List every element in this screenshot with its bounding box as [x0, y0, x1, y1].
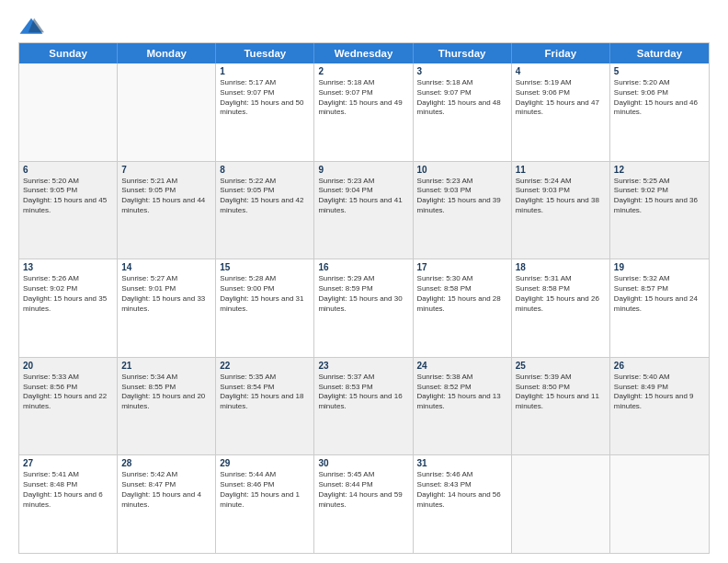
day-info: Sunrise: 5:38 AM Sunset: 8:52 PM Dayligh…: [417, 373, 507, 412]
day-info: Sunrise: 5:40 AM Sunset: 8:49 PM Dayligh…: [614, 373, 705, 412]
day-info: Sunrise: 5:46 AM Sunset: 8:43 PM Dayligh…: [417, 470, 507, 510]
day-number: 23: [318, 361, 408, 371]
day-number: 6: [23, 165, 113, 175]
day-number: 4: [516, 66, 606, 76]
day-info: Sunrise: 5:18 AM Sunset: 9:07 PM Dayligh…: [318, 78, 408, 118]
day-number: 13: [23, 262, 113, 272]
day-number: 26: [614, 361, 705, 371]
day-info: Sunrise: 5:29 AM Sunset: 8:59 PM Dayligh…: [318, 274, 408, 314]
calendar-cell: 28Sunrise: 5:42 AM Sunset: 8:47 PM Dayli…: [118, 455, 216, 553]
header-row: [18, 17, 710, 37]
calendar-cell: 3Sunrise: 5:18 AM Sunset: 9:07 PM Daylig…: [414, 63, 512, 161]
day-number: 5: [614, 66, 705, 76]
calendar-row-4: 20Sunrise: 5:33 AM Sunset: 8:56 PM Dayli…: [19, 357, 709, 455]
day-info: Sunrise: 5:24 AM Sunset: 9:03 PM Dayligh…: [516, 177, 606, 216]
calendar-cell: 25Sunrise: 5:39 AM Sunset: 8:50 PM Dayli…: [512, 358, 610, 455]
day-info: Sunrise: 5:20 AM Sunset: 9:05 PM Dayligh…: [23, 177, 113, 216]
day-number: 25: [516, 361, 606, 371]
calendar-cell: 23Sunrise: 5:37 AM Sunset: 8:53 PM Dayli…: [314, 358, 413, 455]
day-info: Sunrise: 5:26 AM Sunset: 9:02 PM Dayligh…: [23, 274, 113, 314]
day-info: Sunrise: 5:44 AM Sunset: 8:46 PM Dayligh…: [220, 470, 310, 510]
day-number: 2: [318, 66, 408, 76]
day-info: Sunrise: 5:42 AM Sunset: 8:47 PM Dayligh…: [121, 470, 211, 510]
day-number: 30: [318, 458, 408, 468]
day-info: Sunrise: 5:17 AM Sunset: 9:07 PM Dayligh…: [220, 78, 310, 118]
calendar-cell: 30Sunrise: 5:45 AM Sunset: 8:44 PM Dayli…: [314, 455, 413, 553]
calendar-cell: 19Sunrise: 5:32 AM Sunset: 8:57 PM Dayli…: [610, 259, 709, 357]
day-info: Sunrise: 5:31 AM Sunset: 8:58 PM Dayligh…: [516, 274, 606, 314]
day-number: 29: [220, 458, 310, 468]
day-info: Sunrise: 5:30 AM Sunset: 8:58 PM Dayligh…: [417, 274, 507, 314]
day-info: Sunrise: 5:19 AM Sunset: 9:06 PM Dayligh…: [516, 78, 606, 118]
calendar-cell: 27Sunrise: 5:41 AM Sunset: 8:48 PM Dayli…: [19, 455, 118, 553]
day-number: 24: [417, 361, 507, 371]
calendar-cell: 22Sunrise: 5:35 AM Sunset: 8:54 PM Dayli…: [216, 358, 314, 455]
calendar-header: SundayMondayTuesdayWednesdayThursdayFrid…: [19, 43, 709, 63]
calendar-cell: 26Sunrise: 5:40 AM Sunset: 8:49 PM Dayli…: [610, 358, 709, 455]
calendar-row-1: 1Sunrise: 5:17 AM Sunset: 9:07 PM Daylig…: [19, 63, 709, 161]
header-day-friday: Friday: [512, 43, 610, 63]
day-info: Sunrise: 5:22 AM Sunset: 9:05 PM Dayligh…: [220, 177, 310, 216]
logo: [18, 17, 48, 37]
calendar-cell: 7Sunrise: 5:21 AM Sunset: 9:05 PM Daylig…: [118, 162, 216, 259]
calendar-cell: 4Sunrise: 5:19 AM Sunset: 9:06 PM Daylig…: [512, 63, 610, 161]
calendar-row-2: 6Sunrise: 5:20 AM Sunset: 9:05 PM Daylig…: [19, 161, 709, 259]
day-number: 20: [23, 361, 113, 371]
calendar-cell: 29Sunrise: 5:44 AM Sunset: 8:46 PM Dayli…: [216, 455, 314, 553]
header-day-tuesday: Tuesday: [216, 43, 314, 63]
header-day-wednesday: Wednesday: [314, 43, 413, 63]
calendar-cell: [512, 455, 610, 553]
day-info: Sunrise: 5:21 AM Sunset: 9:05 PM Dayligh…: [121, 177, 211, 216]
day-info: Sunrise: 5:33 AM Sunset: 8:56 PM Dayligh…: [23, 373, 113, 412]
calendar-cell: 5Sunrise: 5:20 AM Sunset: 9:06 PM Daylig…: [610, 63, 709, 161]
day-number: 11: [516, 165, 606, 175]
calendar-cell: [610, 455, 709, 553]
calendar: SundayMondayTuesdayWednesdayThursdayFrid…: [18, 42, 710, 554]
day-number: 31: [417, 458, 507, 468]
day-info: Sunrise: 5:32 AM Sunset: 8:57 PM Dayligh…: [614, 274, 705, 314]
calendar-cell: 18Sunrise: 5:31 AM Sunset: 8:58 PM Dayli…: [512, 259, 610, 357]
day-number: 17: [417, 262, 507, 272]
day-info: Sunrise: 5:25 AM Sunset: 9:02 PM Dayligh…: [614, 177, 705, 216]
calendar-cell: 16Sunrise: 5:29 AM Sunset: 8:59 PM Dayli…: [314, 259, 413, 357]
day-info: Sunrise: 5:34 AM Sunset: 8:55 PM Dayligh…: [121, 373, 211, 412]
calendar-cell: 12Sunrise: 5:25 AM Sunset: 9:02 PM Dayli…: [610, 162, 709, 259]
calendar-cell: 6Sunrise: 5:20 AM Sunset: 9:05 PM Daylig…: [19, 162, 118, 259]
calendar-cell: 8Sunrise: 5:22 AM Sunset: 9:05 PM Daylig…: [216, 162, 314, 259]
day-number: 27: [23, 458, 113, 468]
day-number: 9: [318, 165, 408, 175]
day-number: 18: [516, 262, 606, 272]
day-number: 14: [121, 262, 211, 272]
calendar-cell: 20Sunrise: 5:33 AM Sunset: 8:56 PM Dayli…: [19, 358, 118, 455]
day-info: Sunrise: 5:18 AM Sunset: 9:07 PM Dayligh…: [417, 78, 507, 118]
header-day-monday: Monday: [118, 43, 216, 63]
day-number: 19: [614, 262, 705, 272]
day-info: Sunrise: 5:41 AM Sunset: 8:48 PM Dayligh…: [23, 470, 113, 510]
day-number: 16: [318, 262, 408, 272]
day-number: 10: [417, 165, 507, 175]
calendar-cell: 15Sunrise: 5:28 AM Sunset: 9:00 PM Dayli…: [216, 259, 314, 357]
header-day-saturday: Saturday: [610, 43, 709, 63]
calendar-cell: 14Sunrise: 5:27 AM Sunset: 9:01 PM Dayli…: [118, 259, 216, 357]
header-day-sunday: Sunday: [19, 43, 118, 63]
calendar-cell: 17Sunrise: 5:30 AM Sunset: 8:58 PM Dayli…: [414, 259, 512, 357]
day-number: 7: [121, 165, 211, 175]
day-info: Sunrise: 5:28 AM Sunset: 9:00 PM Dayligh…: [220, 274, 310, 314]
day-info: Sunrise: 5:23 AM Sunset: 9:04 PM Dayligh…: [318, 177, 408, 216]
calendar-cell: 2Sunrise: 5:18 AM Sunset: 9:07 PM Daylig…: [314, 63, 413, 161]
day-info: Sunrise: 5:45 AM Sunset: 8:44 PM Dayligh…: [318, 470, 408, 510]
calendar-row-3: 13Sunrise: 5:26 AM Sunset: 9:02 PM Dayli…: [19, 259, 709, 357]
day-number: 1: [220, 66, 310, 76]
day-number: 28: [121, 458, 211, 468]
day-info: Sunrise: 5:35 AM Sunset: 8:54 PM Dayligh…: [220, 373, 310, 412]
calendar-cell: 21Sunrise: 5:34 AM Sunset: 8:55 PM Dayli…: [118, 358, 216, 455]
day-number: 21: [121, 361, 211, 371]
logo-icon: [18, 17, 44, 37]
day-number: 22: [220, 361, 310, 371]
calendar-row-5: 27Sunrise: 5:41 AM Sunset: 8:48 PM Dayli…: [19, 454, 709, 553]
calendar-cell: 10Sunrise: 5:23 AM Sunset: 9:03 PM Dayli…: [414, 162, 512, 259]
day-info: Sunrise: 5:37 AM Sunset: 8:53 PM Dayligh…: [318, 373, 408, 412]
calendar-cell: 11Sunrise: 5:24 AM Sunset: 9:03 PM Dayli…: [512, 162, 610, 259]
day-info: Sunrise: 5:23 AM Sunset: 9:03 PM Dayligh…: [417, 177, 507, 216]
calendar-cell: [118, 63, 216, 161]
